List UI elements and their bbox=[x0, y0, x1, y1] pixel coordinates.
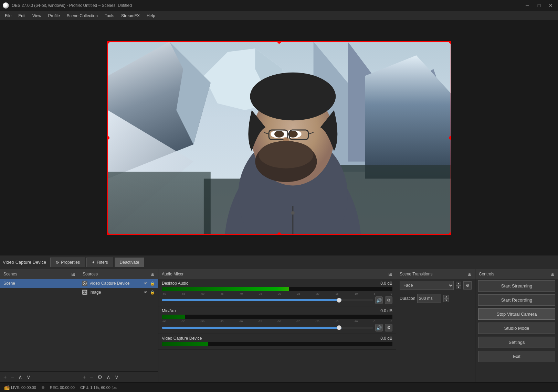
volume-slider-desktop[interactable] bbox=[162, 299, 373, 301]
sources-panel-footer: + − ⚙ ∧ ∨ bbox=[79, 371, 158, 382]
volume-slider-mic[interactable] bbox=[162, 327, 373, 329]
selection-handle-tr[interactable] bbox=[449, 41, 451, 44]
scenes-up-button[interactable]: ∧ bbox=[17, 373, 24, 381]
source-item-image[interactable]: Image 👁 🔒 bbox=[79, 288, 158, 297]
sources-settings-button[interactable]: ⚙ bbox=[96, 373, 104, 381]
scenes-down-button[interactable]: ∨ bbox=[25, 373, 32, 381]
duration-spin-up[interactable]: ▲ bbox=[443, 295, 449, 298]
source-item-video-capture[interactable]: Video Capture Device 👁 🔒 bbox=[79, 279, 158, 288]
audio-settings-button-desktop[interactable]: ⚙ bbox=[385, 296, 392, 304]
preview-canvas[interactable] bbox=[107, 41, 451, 235]
close-button[interactable]: ✕ bbox=[546, 2, 555, 9]
gear-icon: ⚙ bbox=[55, 260, 59, 265]
controls-panel: Controls ⊞ Start Streaming Start Recordi… bbox=[475, 269, 558, 382]
start-recording-button[interactable]: Start Recording bbox=[478, 294, 555, 306]
filter-icon: ✦ bbox=[92, 260, 95, 265]
audio-meter-vcapture bbox=[162, 342, 392, 346]
sources-add-button[interactable]: + bbox=[81, 373, 87, 381]
stop-virtual-camera-button[interactable]: Stop Virtual Camera bbox=[478, 308, 555, 320]
sources-panel-icon: ⊞ bbox=[150, 271, 155, 277]
broadcast-icon: 📻 bbox=[4, 385, 10, 390]
controls-panel-header: Controls ⊞ bbox=[475, 269, 558, 279]
duration-label: Duration bbox=[400, 296, 415, 301]
duration-spin-down[interactable]: ▼ bbox=[443, 298, 449, 302]
audio-settings-button-mic[interactable]: ⚙ bbox=[385, 324, 392, 331]
sources-panel-header: Sources ⊞ bbox=[79, 269, 158, 279]
audio-mixer-panel-icon: ⊞ bbox=[388, 271, 392, 277]
transition-spin-up[interactable]: ▲ bbox=[456, 282, 461, 285]
transition-spinner: ▲ ▼ bbox=[456, 282, 461, 289]
audio-meter-mic bbox=[162, 315, 392, 319]
filters-button[interactable]: ✦ Filters bbox=[86, 258, 113, 267]
scene-item[interactable]: Scene bbox=[0, 279, 79, 288]
menu-tools[interactable]: Tools bbox=[101, 12, 118, 20]
scenes-remove-button[interactable]: − bbox=[9, 373, 15, 381]
scenes-panel-header: Scenes ⊞ bbox=[0, 269, 79, 279]
sources-remove-button[interactable]: − bbox=[88, 373, 94, 381]
selection-handle-tl[interactable] bbox=[107, 41, 109, 44]
deactivate-button[interactable]: Deactivate bbox=[115, 258, 145, 267]
audio-ticks-desktop: -60-55-50-45-40-35-30-25-20-15-10-50 bbox=[162, 292, 392, 295]
transition-select[interactable]: Fade Cut Swipe Slide bbox=[400, 281, 454, 290]
menu-streamfx[interactable]: StreamFX bbox=[118, 12, 143, 20]
source-eye-button-0[interactable]: 👁 bbox=[143, 281, 148, 286]
sources-up-button[interactable]: ∧ bbox=[105, 373, 112, 381]
menu-help[interactable]: Help bbox=[143, 12, 159, 20]
source-lock-button-0[interactable]: 🔒 bbox=[150, 281, 155, 286]
status-dot-live bbox=[42, 386, 44, 389]
duration-spinner: ▲ ▼ bbox=[443, 295, 449, 302]
scenes-add-button[interactable]: + bbox=[2, 373, 8, 381]
audio-mixer-panel: Audio Mixer ⊞ Desktop Audio 0.0 dB -60-5… bbox=[158, 269, 396, 382]
svg-point-16 bbox=[250, 72, 336, 120]
cpu-status: CPU: 1.1%, 60.00 fps bbox=[80, 385, 117, 390]
rec-status: REC: 00:00:00 bbox=[50, 385, 75, 390]
svg-point-18 bbox=[274, 131, 284, 138]
window-controls: ─ □ ✕ bbox=[523, 2, 555, 9]
menu-view[interactable]: View bbox=[29, 12, 45, 20]
scenes-panel-icon: ⊞ bbox=[71, 271, 75, 277]
mute-button-desktop[interactable]: 🔊 bbox=[375, 296, 383, 304]
exit-button[interactable]: Exit bbox=[478, 351, 555, 362]
svg-rect-9 bbox=[108, 172, 211, 234]
duration-input[interactable] bbox=[417, 294, 441, 303]
source-lock-button-1[interactable]: 🔒 bbox=[150, 290, 155, 295]
menu-file[interactable]: File bbox=[1, 12, 15, 20]
minimize-button[interactable]: ─ bbox=[523, 2, 532, 9]
source-eye-button-1[interactable]: 👁 bbox=[143, 290, 148, 295]
properties-button[interactable]: ⚙ Properties bbox=[50, 258, 85, 267]
audio-ticks-mic: -60-55-50-45-40-35-30-25-20-15-10-50 bbox=[162, 320, 392, 323]
start-streaming-button[interactable]: Start Streaming bbox=[478, 280, 555, 292]
menu-profile[interactable]: Profile bbox=[45, 12, 63, 20]
transition-gear-button[interactable]: ⚙ bbox=[463, 281, 472, 290]
selection-handle-bc[interactable] bbox=[277, 232, 281, 235]
selection-handle-tc[interactable] bbox=[277, 41, 281, 44]
selection-handle-bl[interactable] bbox=[107, 232, 109, 235]
mute-button-mic[interactable]: 🔊 bbox=[375, 324, 383, 331]
settings-button[interactable]: Settings bbox=[478, 337, 555, 348]
scenes-panel: Scenes ⊞ Scene + − ∧ ∨ bbox=[0, 269, 79, 382]
audio-channel-desktop: Desktop Audio 0.0 dB -60-55-50-45-40-35-… bbox=[158, 279, 396, 306]
statusbar: 📻 LIVE: 00:00:00 REC: 00:00:00 CPU: 1.1%… bbox=[0, 382, 558, 392]
selection-handle-ml[interactable] bbox=[107, 136, 109, 140]
audio-controls-desktop: 🔊 ⚙ bbox=[162, 296, 392, 304]
svg-point-28 bbox=[259, 141, 313, 168]
audio-channel-mic: Mic/Aux 0.0 dB -60-55-50-45-40-35-30-25-… bbox=[158, 306, 396, 334]
menu-scene-collection[interactable]: Scene Collection bbox=[63, 12, 101, 20]
duration-row: Duration ▲ ▼ bbox=[396, 292, 475, 305]
studio-mode-button[interactable]: Studio Mode bbox=[478, 323, 555, 334]
maximize-button[interactable]: □ bbox=[535, 2, 544, 9]
svg-point-32 bbox=[84, 283, 85, 284]
menu-edit[interactable]: Edit bbox=[15, 12, 29, 20]
controls-panel-icon: ⊞ bbox=[550, 271, 555, 277]
titlebar: OBS 27.0.0 (64-bit, windows) - Profile: … bbox=[0, 0, 558, 11]
audio-channel-vcapture: Video Capture Device 0.0 dB bbox=[158, 334, 396, 350]
selection-handle-mr[interactable] bbox=[449, 136, 451, 140]
bottom-toolbar: Video Capture Device ⚙ Properties ✦ Filt… bbox=[0, 255, 558, 269]
selection-handle-br[interactable] bbox=[449, 232, 451, 235]
transition-spin-down[interactable]: ▼ bbox=[456, 285, 461, 289]
transition-select-row: Fade Cut Swipe Slide ▲ ▼ ⚙ bbox=[396, 279, 475, 292]
panels: Scenes ⊞ Scene + − ∧ ∨ Sources ⊞ Video C… bbox=[0, 269, 558, 382]
sources-down-button[interactable]: ∨ bbox=[113, 373, 120, 381]
window-title: OBS 27.0.0 (64-bit, windows) - Profile: … bbox=[12, 3, 523, 8]
audio-meter-desktop bbox=[162, 287, 392, 291]
